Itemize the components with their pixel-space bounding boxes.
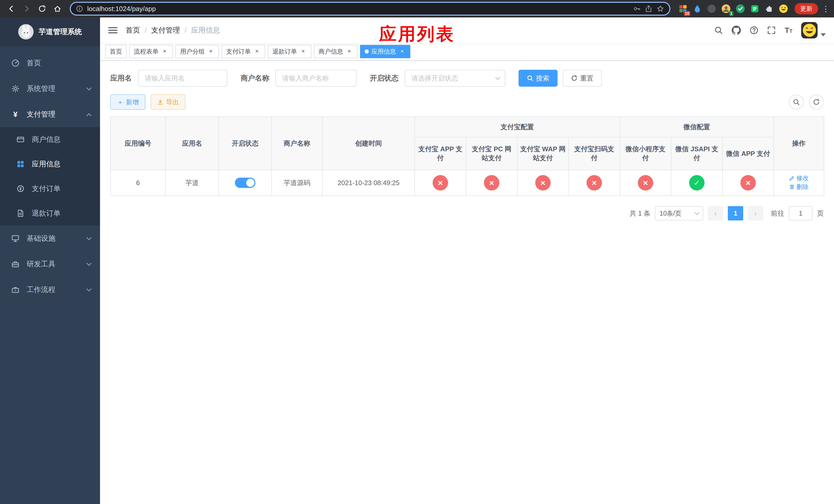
extension-check-icon[interactable] bbox=[735, 3, 746, 14]
cell-status bbox=[219, 170, 271, 196]
tab-app-info[interactable]: 应用信息× bbox=[360, 45, 410, 58]
password-key-icon[interactable] bbox=[633, 5, 641, 13]
wx-jsapi-status-icon: ✓ bbox=[689, 175, 704, 190]
monitor-icon bbox=[10, 234, 21, 243]
tab-pay-order[interactable]: 支付订单× bbox=[222, 45, 265, 58]
close-icon[interactable]: × bbox=[254, 48, 261, 55]
extension-dark-icon[interactable] bbox=[706, 3, 717, 14]
sidebar-item-pay[interactable]: ¥ 支付管理 bbox=[0, 101, 100, 127]
app-title: 芋道管理系统 bbox=[39, 27, 82, 37]
chevron-down-icon bbox=[86, 85, 91, 91]
breadcrumb-pay[interactable]: 支付管理 bbox=[151, 25, 180, 35]
github-icon[interactable] bbox=[732, 26, 741, 35]
tab-home[interactable]: 首页 bbox=[105, 45, 127, 58]
user-menu[interactable] bbox=[801, 22, 826, 39]
extension-grid-icon[interactable]: 10 bbox=[678, 3, 688, 14]
refresh-table-button[interactable] bbox=[809, 95, 824, 110]
col-merchant: 商户名称 bbox=[271, 117, 322, 170]
tab-merchant-info[interactable]: 商户信息× bbox=[314, 45, 357, 58]
tab-refund-order[interactable]: 退款订单× bbox=[268, 45, 311, 58]
fullscreen-icon[interactable] bbox=[767, 26, 776, 35]
extension-badge-10: 10 bbox=[684, 11, 690, 16]
breadcrumb: 首页 / 支付管理 / 应用信息 bbox=[126, 25, 220, 35]
delete-link[interactable]: 删除 bbox=[789, 183, 809, 191]
sidebar-item-home[interactable]: 首页 bbox=[0, 50, 100, 76]
alipay-wap-status-icon: × bbox=[535, 175, 551, 190]
page-size-select[interactable]: 10条/页 bbox=[655, 206, 703, 221]
col-app-name: 应用名 bbox=[166, 117, 219, 170]
goto-page-input[interactable] bbox=[789, 206, 812, 221]
tab-user-group[interactable]: 用户分组× bbox=[175, 45, 219, 58]
tab-process-form[interactable]: 流程表单× bbox=[129, 45, 173, 58]
sidebar-item-workflow[interactable]: 工作流程 bbox=[0, 277, 100, 302]
font-size-icon[interactable]: TT bbox=[785, 26, 792, 34]
site-info-icon[interactable] bbox=[76, 5, 83, 12]
sidebar-item-label: 工作流程 bbox=[27, 285, 87, 295]
edit-link[interactable]: 修改 bbox=[789, 174, 809, 182]
sidebar-item-label: 支付管理 bbox=[27, 110, 87, 119]
toggle-search-button[interactable] bbox=[789, 95, 804, 110]
app-name-label: 应用名 bbox=[110, 73, 132, 83]
close-icon[interactable]: × bbox=[346, 48, 353, 55]
search-icon[interactable] bbox=[714, 26, 723, 35]
bookmark-star-icon[interactable] bbox=[657, 5, 664, 13]
back-icon[interactable] bbox=[4, 2, 19, 16]
close-icon[interactable]: × bbox=[398, 48, 406, 55]
breadcrumb-current: 应用信息 bbox=[191, 25, 220, 35]
page-1-button[interactable]: 1 bbox=[728, 206, 743, 221]
reload-icon[interactable] bbox=[35, 2, 49, 16]
col-wx-jsapi: 微信 JSAPI 支付 bbox=[671, 137, 722, 170]
status-toggle[interactable] bbox=[235, 178, 256, 188]
search-button[interactable]: 搜索 bbox=[519, 70, 557, 87]
next-page-button[interactable]: › bbox=[748, 206, 763, 221]
extension-book-icon[interactable] bbox=[749, 3, 760, 14]
reset-button[interactable]: 重置 bbox=[563, 70, 602, 87]
prev-page-button[interactable]: ‹ bbox=[708, 206, 723, 221]
extension-avatar-icon[interactable]: 1 bbox=[721, 3, 731, 14]
app-name-input[interactable] bbox=[138, 70, 227, 87]
profile-avatar-icon[interactable] bbox=[778, 3, 789, 14]
download-icon bbox=[157, 99, 163, 105]
share-icon[interactable] bbox=[645, 5, 653, 13]
sidebar-logo-row[interactable]: 芋道管理系统 bbox=[0, 18, 100, 46]
extension-drop-icon[interactable] bbox=[692, 3, 703, 14]
status-select[interactable]: 请选择开启状态 bbox=[405, 70, 505, 87]
navbar-actions: TT bbox=[714, 22, 826, 39]
col-wx-app: 微信 APP 支付 bbox=[722, 137, 774, 170]
export-button[interactable]: 导出 bbox=[151, 94, 185, 110]
merchant-name-label: 商户名称 bbox=[241, 73, 269, 83]
chevron-down-icon bbox=[694, 210, 699, 215]
sidebar-item-refund-order[interactable]: 退款订单 bbox=[0, 201, 100, 226]
close-icon[interactable]: × bbox=[161, 48, 168, 55]
refresh-icon bbox=[813, 98, 820, 106]
grid-icon bbox=[15, 160, 26, 168]
breadcrumb-home[interactable]: 首页 bbox=[126, 25, 140, 35]
sidebar-item-merchant-info[interactable]: 商户信息 bbox=[0, 127, 100, 152]
address-bar[interactable]: localhost:1024/pay/app bbox=[70, 2, 671, 16]
forward-icon[interactable] bbox=[20, 2, 34, 16]
add-button[interactable]: ＋ 新增 bbox=[110, 94, 146, 110]
chrome-update-button[interactable]: 更新 bbox=[794, 3, 818, 14]
goto-label: 前往 bbox=[771, 209, 784, 218]
sidebar-item-label: 应用信息 bbox=[32, 159, 100, 169]
sidebar-item-label: 系统管理 bbox=[27, 84, 87, 94]
hamburger-icon[interactable] bbox=[108, 27, 117, 33]
home-icon[interactable] bbox=[50, 2, 65, 16]
sidebar-item-devtools[interactable]: 研发工具 bbox=[0, 251, 100, 277]
browser-menu-kebab-icon[interactable]: ⋮ bbox=[822, 4, 830, 13]
gear-icon bbox=[10, 85, 21, 93]
search-icon bbox=[793, 98, 800, 106]
extensions-puzzle-icon[interactable] bbox=[764, 3, 774, 14]
sidebar-item-infra[interactable]: 基础设施 bbox=[0, 226, 100, 251]
sidebar-item-system[interactable]: 系统管理 bbox=[0, 76, 100, 101]
help-icon[interactable] bbox=[750, 26, 758, 35]
alipay-app-status-icon: × bbox=[433, 175, 448, 190]
close-icon[interactable]: × bbox=[300, 48, 307, 55]
caret-down-icon bbox=[821, 33, 826, 37]
sidebar-item-app-info[interactable]: 应用信息 bbox=[0, 152, 100, 176]
sidebar-item-pay-order[interactable]: 支付订单 bbox=[0, 176, 100, 201]
col-app-id: 应用编号 bbox=[111, 117, 166, 170]
close-icon[interactable]: × bbox=[207, 48, 214, 55]
sidebar-menu: 首页 系统管理 ¥ 支付管理 商户信息 应用信息 bbox=[0, 46, 100, 302]
merchant-name-input[interactable] bbox=[276, 70, 356, 87]
